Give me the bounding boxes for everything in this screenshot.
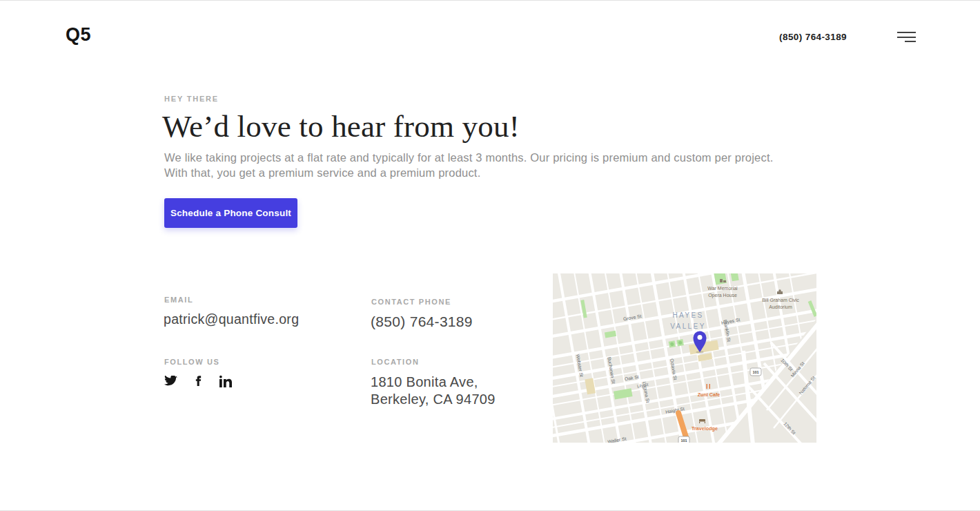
address-line1: 1810 Bonita Ave,: [371, 374, 478, 389]
highway-101-text: 101: [680, 438, 687, 443]
hero-description-line1: We like taking projects at a flat rate a…: [164, 151, 773, 164]
hero-description-line2: With that, you get a premium service and…: [164, 166, 480, 179]
highway-101-shield: 101: [750, 368, 761, 376]
twitter-icon[interactable]: [164, 376, 177, 387]
schedule-consult-button[interactable]: Schedule a Phone Consult: [164, 198, 297, 228]
opera-house-icon-part: [723, 280, 726, 282]
address-line2: Berkeley, CA 94709: [371, 392, 496, 407]
restaurant-icon-part: [709, 384, 711, 389]
contact-phone-label: CONTACT PHONE: [371, 298, 451, 306]
map-poi-opera-line1: War Memorial: [707, 286, 738, 291]
facebook-icon[interactable]: [195, 374, 202, 388]
hotel-bed-icon-leg: [699, 422, 700, 424]
location-value: 1810 Bonita Ave, Berkeley, CA 94709: [371, 374, 496, 408]
hamburger-menu-icon[interactable]: [897, 32, 916, 44]
restaurant-icon: [707, 384, 708, 389]
hamburger-line-short: [905, 41, 916, 42]
email-value[interactable]: patrick@quantfive.org: [164, 311, 299, 327]
contact-phone-value[interactable]: (850) 764-3189: [371, 314, 473, 330]
location-label: LOCATION: [371, 358, 419, 366]
opera-house-icon: [720, 279, 723, 282]
highway-101-shield-bottom: 101: [678, 436, 689, 443]
page-title: We’d love to hear from you!: [162, 108, 520, 144]
map-area-label-line1: HAYES: [672, 311, 703, 319]
map-poi-zuni-cafe: Zuni Cafe: [698, 392, 721, 398]
location-map[interactable]: Fulton St Grove St Hayes St Oak St Lily …: [553, 273, 816, 443]
hamburger-line: [897, 32, 916, 33]
map-area-label-line2: VALLEY: [670, 322, 705, 330]
contact-page: Q5 (850) 764-3189 HEY THERE We’d love to…: [0, 0, 980, 511]
social-links: [164, 374, 232, 388]
eyebrow-text: HEY THERE: [164, 95, 219, 103]
hero-description: We like taking projects at a flat rate a…: [164, 150, 773, 180]
map-poi-opera-line2: Opera House: [708, 293, 737, 298]
civic-auditorium-icon-dome: [778, 289, 781, 292]
highway-101-text: 101: [752, 370, 758, 374]
brand-logo[interactable]: Q5: [66, 24, 91, 46]
follow-us-label: FOLLOW US: [164, 358, 219, 366]
map-poi-civic-line2: Auditorium: [769, 305, 792, 309]
linkedin-icon[interactable]: [219, 375, 232, 387]
map-poi-civic-line1: Bill Graham Civic: [762, 298, 799, 302]
map-poi-travelodge: Travelodge: [692, 425, 718, 432]
header-phone-number[interactable]: (850) 764-3189: [779, 32, 847, 42]
email-label: EMAIL: [164, 296, 193, 304]
hotel-bed-icon: [699, 419, 705, 422]
hamburger-line: [897, 37, 916, 38]
hotel-bed-icon-leg: [705, 422, 705, 424]
